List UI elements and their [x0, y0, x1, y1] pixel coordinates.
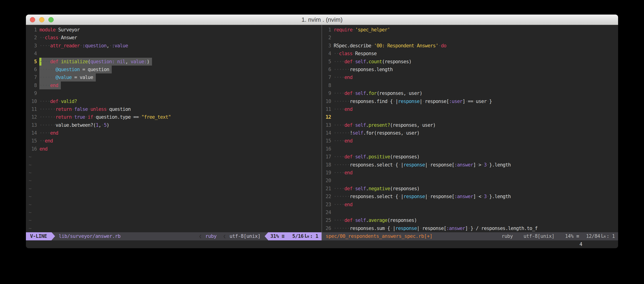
- line-number: 8: [323, 82, 334, 89]
- code-line[interactable]: 10····def·valid?: [29, 97, 322, 105]
- whitespace-dot-icon: ·: [339, 107, 342, 112]
- code-token: .for(responses,: [363, 130, 404, 136]
- whitespace-dot-icon: ·: [80, 67, 82, 72]
- whitespace-dot-icon: ·: [352, 59, 355, 64]
- code-token: :answer: [454, 162, 473, 168]
- code-line[interactable]: 4··class·Response: [323, 50, 618, 57]
- code-line[interactable]: 16: [323, 145, 618, 153]
- code-line[interactable]: 18······responses.select·{·|response|·re…: [323, 161, 618, 169]
- whitespace-dot-icon: ·: [50, 114, 53, 120]
- code-token: (: [88, 59, 90, 64]
- code-token: ]: [473, 194, 476, 199]
- code-line[interactable]: 15··end: [29, 137, 322, 145]
- spec-rb-buffer[interactable]: 1require·'spec_helper'23RSpec.describe·'…: [322, 25, 618, 232]
- code-line[interactable]: 1require·'spec_helper': [323, 26, 618, 34]
- code-line[interactable]: 22······responses.select·{·|response|·re…: [323, 193, 618, 200]
- whitespace-dot-icon: ·: [138, 114, 141, 120]
- whitespace-dot-icon: ·: [352, 154, 355, 159]
- code-line[interactable]: 3RSpec.describe·'00:·Respondent·Answers'…: [323, 42, 618, 50]
- code-token: (responses): [387, 218, 417, 223]
- titlebar[interactable]: 1. nvim . (nvim): [26, 14, 618, 25]
- code-token: }.length: [489, 162, 511, 168]
- code-line[interactable]: 8: [323, 82, 618, 89]
- code-line[interactable]: 15····end: [323, 137, 618, 145]
- code-line[interactable]: 1module·Surveyor: [29, 26, 322, 34]
- whitespace-dot-icon: ·: [342, 186, 344, 191]
- code-line[interactable]: 2··class·Answer: [29, 34, 322, 42]
- whitespace-dot-icon: ·: [336, 67, 339, 72]
- code-token: <: [478, 194, 481, 199]
- code-line[interactable]: 4: [29, 50, 322, 57]
- code-line[interactable]: 14····end: [29, 129, 322, 137]
- whitespace-dot-icon: ·: [336, 162, 339, 168]
- left-position-section: 31% ≡5/16LN:1: [268, 232, 322, 240]
- code-line[interactable]: 24: [323, 208, 618, 216]
- whitespace-dot-icon: ·: [339, 75, 342, 80]
- code-text: ····def·self.positive(responses): [334, 153, 420, 161]
- code-token: (responses,: [390, 122, 420, 128]
- code-text: ····def·valid?: [39, 97, 77, 105]
- code-token: |: [425, 194, 428, 199]
- line-number: 16: [323, 145, 334, 153]
- code-line[interactable]: 9: [29, 89, 322, 97]
- code-line[interactable]: 21····def·self.negative(responses): [323, 185, 618, 193]
- line-number: 24: [323, 208, 334, 216]
- code-line[interactable]: 12······return·true·if·question.type·==·…: [29, 113, 322, 121]
- code-line[interactable]: 8····end: [29, 82, 322, 89]
- code-line[interactable]: 12: [323, 113, 618, 121]
- line-number-icon: LN: [601, 232, 606, 241]
- code-token: ==: [133, 114, 138, 120]
- whitespace-dot-icon: ·: [48, 75, 50, 80]
- code-token: value.between?(: [56, 122, 96, 128]
- code-line[interactable]: 13······value.between?(1,·5): [29, 121, 322, 129]
- whitespace-dot-icon: ·: [53, 114, 56, 120]
- code-line[interactable]: 20: [323, 177, 618, 184]
- code-line[interactable]: 2: [323, 34, 618, 42]
- code-line[interactable]: 3····attr_reader·:question,·:value: [29, 42, 322, 50]
- code-line[interactable]: 10······responses.find·{·|response|·resp…: [323, 97, 618, 105]
- showcmd-indicator: 4: [580, 240, 582, 248]
- code-line[interactable]: 14······!self.for(responses,·user): [323, 129, 618, 137]
- whitespace-dot-icon: ·: [336, 202, 339, 207]
- code-line[interactable]: 6······responses.length: [323, 66, 618, 73]
- whitespace-dot-icon: ·: [53, 122, 56, 128]
- code-line[interactable]: 26······responses.sum·{·|response|·respo…: [323, 224, 618, 232]
- code-token: self: [355, 186, 366, 191]
- whitespace-dot-icon: ·: [339, 226, 342, 231]
- whitespace-dot-icon: ·: [45, 107, 48, 112]
- whitespace-dot-icon: ·: [336, 186, 339, 191]
- whitespace-dot-icon: ·: [334, 91, 336, 96]
- answer-rb-buffer[interactable]: 1module·Surveyor2··class·Answer3····attr…: [26, 25, 322, 232]
- whitespace-dot-icon: ·: [45, 75, 48, 80]
- right-pane[interactable]: 1require·'spec_helper'23RSpec.describe·'…: [322, 25, 618, 240]
- whitespace-dot-icon: ·: [342, 122, 344, 128]
- code-line[interactable]: 11······return·false·unless·question: [29, 105, 322, 113]
- code-line[interactable]: 6······@question·=·question: [29, 66, 322, 73]
- left-pane[interactable]: 1module·Surveyor2··class·Answer3····attr…: [26, 25, 322, 240]
- code-line[interactable]: 5····def·self.count(responses): [323, 58, 618, 66]
- code-token: 3: [484, 194, 487, 199]
- terminal-window[interactable]: 1. nvim . (nvim) 1module·Surveyor2··clas…: [26, 14, 618, 248]
- code-text: ······responses.length: [334, 66, 392, 73]
- code-line[interactable]: 16end: [29, 145, 322, 153]
- code-token: valid?: [61, 99, 77, 104]
- whitespace-dot-icon: ·: [48, 114, 50, 120]
- code-token: Response: [355, 51, 376, 56]
- code-line[interactable]: 11····end: [323, 105, 618, 113]
- code-line[interactable]: 7····end: [323, 73, 618, 81]
- code-line[interactable]: 5····def·initialize(question:·nil,·value…: [29, 58, 322, 66]
- whitespace-dot-icon: ·: [339, 67, 342, 72]
- code-line[interactable]: 19····end: [323, 169, 618, 177]
- code-line[interactable]: 9····def·self.for(responses,·user): [323, 89, 618, 97]
- code-line[interactable]: 17····def·self.positive(responses): [323, 153, 618, 161]
- command-line[interactable]: 4: [26, 240, 618, 248]
- code-line[interactable]: 23····end: [323, 201, 618, 208]
- whitespace-dot-icon: ·: [352, 91, 355, 96]
- whitespace-dot-icon: ·: [334, 75, 336, 80]
- code-line[interactable]: 7······@value·=·value: [29, 73, 322, 81]
- tilde-empty-line: ~: [29, 216, 322, 224]
- code-line[interactable]: 13····def·self.present?(responses,·user): [323, 121, 618, 129]
- code-token: >: [478, 162, 481, 168]
- code-line[interactable]: 25····def·self.average(responses): [323, 216, 618, 224]
- whitespace-dot-icon: ·: [390, 226, 393, 231]
